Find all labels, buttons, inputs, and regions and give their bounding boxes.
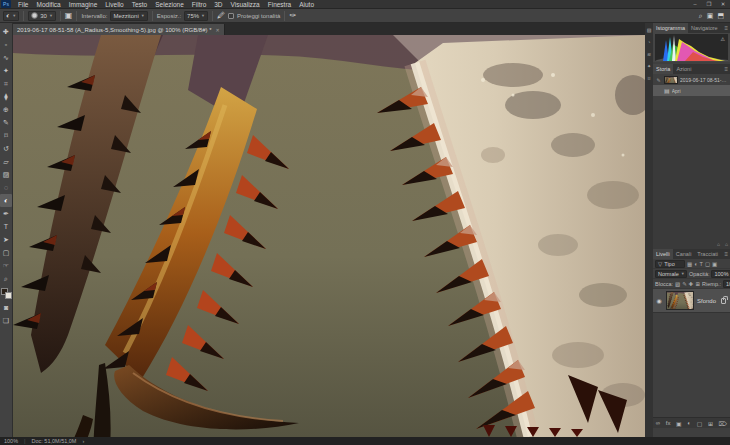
filter-shape-icon[interactable]: ▢ [705,261,710,267]
maximize-button[interactable]: ❐ [702,0,716,9]
panel-menu-icon[interactable]: ≡ [724,64,730,74]
tool-dodge-burn[interactable]: ◐ [0,194,12,207]
tool-gradient[interactable]: ▨ [0,168,12,181]
collapsed-panel-adjustments-icon[interactable]: ◔ [647,39,650,45]
menu-immagine[interactable]: Immagine [65,0,102,9]
type-icon: T [4,223,8,230]
collapsed-panel-color-icon[interactable]: ▧ [647,27,652,33]
layer-style-fx-icon[interactable]: fx [666,420,671,426]
tab-azioni[interactable]: Azioni [673,64,694,74]
filter-pixel-icon[interactable]: ▦ [687,261,692,267]
tool-path-selection[interactable]: ➤ [0,233,12,246]
filter-smart-icon[interactable]: ▣ [712,261,717,267]
layer-filter-type-select[interactable]: ▽ Tipo [655,260,685,268]
new-group-icon[interactable]: ▢ [697,420,703,427]
collapsed-panel-properties-icon[interactable]: ✦ [647,63,651,69]
history-brush-source-icon[interactable]: ✎ [655,77,662,83]
brush-size-picker[interactable]: 30 ▼ [28,11,56,21]
tab-istogramma[interactable]: Istogramma [653,23,688,33]
quick-mask-button[interactable]: ◙ [0,301,12,314]
airbrush-icon[interactable]: 🖉 [217,11,225,20]
blend-mode-select[interactable]: Normale ▼ [655,270,687,278]
link-layers-icon[interactable]: ∞ [656,420,660,426]
menu-testo[interactable]: Testo [128,0,152,9]
tool-hand[interactable]: ☞ [0,259,12,272]
lock-position-icon[interactable]: ✚ [689,281,694,287]
history-state-label: Apri [672,88,681,94]
delete-layer-icon[interactable]: ⌦ [719,420,727,427]
tool-shape[interactable]: ▢ [0,246,12,259]
collapsed-panel-clone-icon[interactable]: ⌑ [648,75,651,81]
tool-clone-stamp[interactable]: ⌑ [0,129,12,142]
status-options-arrow-icon[interactable]: › [82,438,84,444]
lock-transparency-icon[interactable]: ▨ [675,281,680,287]
lock-all-icon[interactable]: ⊞ [695,281,700,287]
fill-field[interactable]: 100% [723,280,730,288]
tab-livelli[interactable]: Livelli [653,249,673,259]
add-mask-icon[interactable]: ▣ [676,420,682,427]
tool-magic-wand[interactable]: ✦ [0,64,12,77]
adjustment-layer-icon[interactable]: ◐ [687,420,691,426]
tab-tracciati[interactable]: Tracciati [694,249,721,259]
menu-finestra[interactable]: Finestra [264,0,295,9]
menu-3d[interactable]: 3D [210,0,226,9]
screen-mode-button[interactable]: ❏ [0,314,12,327]
menu-file[interactable]: File [14,0,32,9]
zoom-level-field[interactable]: 100% [4,438,18,444]
tab-canali[interactable]: Canali [673,249,695,259]
pressure-size-icon[interactable]: ✑ [289,11,296,20]
tool-marquee[interactable]: ▫ [0,38,12,51]
close-button[interactable]: ✕ [716,0,730,9]
collapsed-panel-info-icon[interactable]: ≋ [647,51,651,57]
tab-navigatore[interactable]: Navigatore [688,23,721,33]
opacity-field[interactable]: 100% [711,270,730,278]
tool-eraser[interactable]: ▱ [0,155,12,168]
tab-close-icon[interactable]: ✕ [216,27,220,33]
new-layer-icon[interactable]: ⊞ [708,420,713,427]
tool-crop[interactable]: ⌗ [0,77,12,90]
search-icon[interactable]: ⌕ [699,12,703,20]
panel-menu-icon[interactable]: ≡ [724,249,730,259]
opacity-label: Opacità: [689,271,709,277]
menu-livello[interactable]: Livello [101,0,127,9]
tool-type[interactable]: T [0,220,12,233]
histogram-warning-icon[interactable]: ⚠ [721,36,725,42]
filter-adjustment-icon[interactable]: ◐ [694,261,697,267]
panel-menu-icon[interactable]: ≡ [724,23,730,33]
menu-aiuto[interactable]: Aiuto [295,0,318,9]
tool-eyedropper[interactable]: ⧫ [0,90,12,103]
layer-visibility-eye-icon[interactable]: ◉ [655,297,663,304]
background-color-swatch[interactable] [5,292,12,299]
share-icon[interactable]: ⬒ [717,12,724,20]
workspace-switcher-icon[interactable]: ▣ [707,12,714,20]
tool-preset-picker[interactable]: ◐ ▼ [3,11,19,21]
filter-type-text-icon[interactable]: T [700,261,703,267]
dock-expand-icon[interactable]: ⌂ [725,241,728,247]
menu-filtro[interactable]: Filtro [188,0,210,9]
canvas-image[interactable] [13,35,645,437]
layer-row-sfondo[interactable]: ◉ Sfondo [653,289,730,313]
history-snapshot-row[interactable]: ✎ 2019-06-17 08-51-58 (A_Radiu... [653,74,730,85]
toggle-brush-panel-icon[interactable]: ▣ [65,11,73,20]
dock-collapse-icon[interactable]: ⌂ [717,241,720,247]
protect-tones-checkbox[interactable] [228,13,234,19]
menu-modifica[interactable]: Modifica [32,0,64,9]
tool-blur[interactable]: ◌ [0,181,12,194]
exposure-select[interactable]: 75% ▼ [184,11,208,21]
tool-pen[interactable]: ✒ [0,207,12,220]
tool-lasso[interactable]: ∿ [0,51,12,64]
tool-history-brush[interactable]: ↺ [0,142,12,155]
history-state-row[interactable]: ▤ Apri [653,85,730,96]
tool-healing-brush[interactable]: ⊕ [0,103,12,116]
tab-storia[interactable]: Storia [653,64,673,74]
menu-visualizza[interactable]: Visualizza [227,0,264,9]
menu-selezione[interactable]: Selezione [151,0,188,9]
tool-move[interactable]: ✚ [0,25,12,38]
minimize-button[interactable]: – [688,0,702,9]
tool-brush[interactable]: ✎ [0,116,12,129]
tool-zoom[interactable]: ⌕ [0,272,12,285]
color-swatches[interactable] [1,288,12,299]
lock-pixels-icon[interactable]: ✎ [682,281,687,287]
range-select[interactable]: Mezzitoni ▼ [110,11,147,21]
document-tab[interactable]: 2019-06-17 08-51-58 (A_Radius-5,Smoothin… [13,24,225,35]
